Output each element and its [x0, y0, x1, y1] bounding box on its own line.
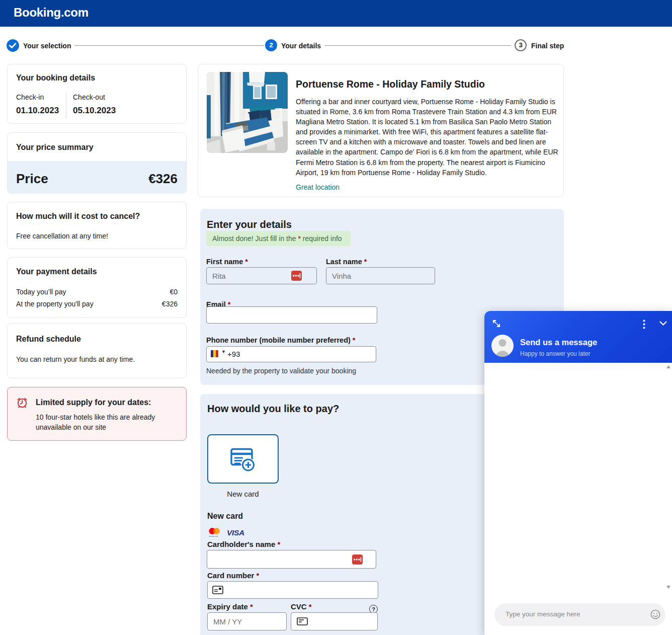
svg-text:mastercard: mastercard	[209, 535, 218, 537]
